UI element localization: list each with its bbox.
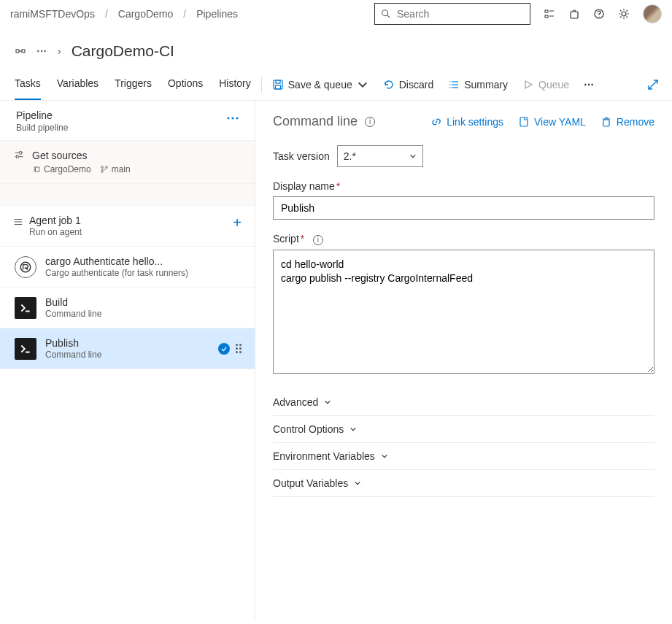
branch-indicator: main [100, 164, 131, 174]
chevron-down-icon [381, 452, 388, 460]
task-title: Build [45, 296, 101, 308]
separator [261, 77, 262, 93]
section-output-label: Output Variables [273, 477, 348, 489]
file-icon [518, 116, 530, 128]
task-item-build[interactable]: Build Command line [0, 288, 255, 328]
settings-icon[interactable] [618, 8, 630, 20]
discard-label: Discard [399, 79, 433, 90]
search-input[interactable] [397, 8, 524, 20]
task-version-select[interactable]: 2.* [337, 145, 423, 167]
summary-button[interactable]: Summary [448, 79, 508, 90]
repo-icon [32, 165, 41, 174]
tab-tasks[interactable]: Tasks [15, 69, 41, 100]
drag-handle[interactable] [236, 344, 242, 353]
agent-job-row[interactable]: Agent job 1 Run on agent + [0, 206, 255, 247]
section-env-vars[interactable]: Environment Variables [273, 443, 654, 470]
help-icon[interactable] [593, 8, 605, 20]
fullscreen-button[interactable] [647, 79, 659, 90]
pipeline-more-button[interactable]: ⋯ [226, 109, 240, 126]
chevron-down-icon [354, 479, 361, 487]
tab-triggers[interactable]: Triggers [115, 69, 152, 100]
chevron-down-icon [357, 79, 368, 90]
tab-history[interactable]: History [219, 69, 251, 100]
info-icon[interactable]: i [365, 117, 375, 127]
marketplace-icon[interactable] [568, 8, 580, 20]
task-title: Publish [45, 337, 101, 349]
chevron-down-icon [409, 153, 417, 160]
view-yaml-button[interactable]: View YAML [518, 116, 586, 128]
task-item-cargo-auth[interactable]: cargo Authenticate hello... Cargo authen… [0, 247, 255, 288]
repo-indicator: CargoDemo [32, 164, 91, 174]
section-output-vars[interactable]: Output Variables [273, 470, 654, 497]
trash-icon [600, 116, 612, 128]
repo-name: CargoDemo [44, 164, 91, 174]
save-icon [272, 79, 284, 90]
remove-label: Remove [617, 116, 654, 128]
script-textarea[interactable] [273, 250, 654, 374]
task-subtitle: Cargo authenticate (for task runners) [45, 268, 188, 278]
script-label: Script* i [273, 233, 323, 244]
save-queue-button[interactable]: Save & queue [272, 79, 368, 90]
display-name-input[interactable] [273, 196, 654, 220]
cmd-overflow-button[interactable]: ⋯ [584, 79, 595, 90]
title-overflow-button[interactable]: ⋯ [36, 45, 47, 57]
display-name-label: Display name* [273, 180, 340, 192]
rust-icon [15, 256, 36, 278]
queue-label: Queue [538, 79, 569, 90]
link-icon [430, 116, 442, 128]
search-box[interactable] [374, 3, 530, 25]
section-control-options[interactable]: Control Options [273, 416, 654, 443]
chevron-down-icon [349, 425, 357, 433]
add-task-button[interactable]: + [233, 215, 242, 231]
list-icon [448, 79, 460, 90]
agent-subtitle: Run on agent [29, 227, 82, 237]
chevron-down-icon [324, 398, 331, 406]
get-sources-row[interactable]: Get sources CargoDemo main [0, 141, 255, 184]
section-advanced[interactable]: Advanced [273, 389, 654, 416]
task-item-publish[interactable]: Publish Command line [0, 328, 255, 369]
save-queue-label: Save & queue [288, 79, 352, 90]
task-subtitle: Command line [45, 309, 101, 319]
info-icon[interactable]: i [313, 235, 323, 245]
avatar[interactable] [643, 4, 662, 23]
breadcrumb-sep-icon: / [183, 8, 186, 20]
section-advanced-label: Advanced [273, 396, 318, 408]
pipeline-title: Pipeline [16, 109, 242, 121]
queue-button: Queue [522, 79, 569, 90]
agent-title: Agent job 1 [29, 215, 82, 226]
task-subtitle: Command line [45, 350, 101, 360]
breadcrumb-sep-icon: / [105, 8, 108, 20]
breadcrumb-area[interactable]: Pipelines [196, 8, 238, 20]
play-icon [522, 79, 534, 90]
tasks-icon[interactable] [544, 8, 555, 20]
panel-title: Command line [273, 114, 358, 129]
discard-button[interactable]: Discard [383, 79, 433, 90]
required-icon: * [301, 233, 304, 244]
pipeline-header[interactable]: Pipeline Build pipeline ⋯ [0, 101, 255, 141]
svg-point-37 [20, 262, 31, 272]
required-icon: * [336, 180, 340, 192]
search-icon [381, 9, 391, 19]
spacer [0, 184, 255, 206]
breadcrumb: ramiMSFTDevOps / CargoDemo / Pipelines [10, 8, 238, 20]
section-control-label: Control Options [273, 423, 344, 435]
tab-options[interactable]: Options [168, 69, 203, 100]
breadcrumb-org[interactable]: ramiMSFTDevOps [10, 8, 95, 20]
task-version-label: Task version [273, 150, 330, 162]
pipeline-icon [15, 45, 26, 57]
undo-icon [383, 79, 395, 90]
status-ok-icon [218, 343, 230, 355]
breadcrumb-project[interactable]: CargoDemo [118, 8, 173, 20]
cli-icon [15, 338, 36, 360]
section-env-label: Environment Variables [273, 450, 375, 462]
tab-variables[interactable]: Variables [57, 69, 99, 100]
chevron-right-icon: › [58, 45, 61, 57]
remove-button[interactable]: Remove [600, 116, 654, 128]
view-yaml-label: View YAML [534, 116, 586, 128]
cli-icon [15, 297, 36, 319]
link-settings-button[interactable]: Link settings [430, 116, 503, 128]
sliders-icon [14, 150, 24, 160]
branch-name: main [112, 164, 131, 174]
task-title: cargo Authenticate hello... [45, 255, 188, 267]
summary-label: Summary [464, 79, 508, 90]
